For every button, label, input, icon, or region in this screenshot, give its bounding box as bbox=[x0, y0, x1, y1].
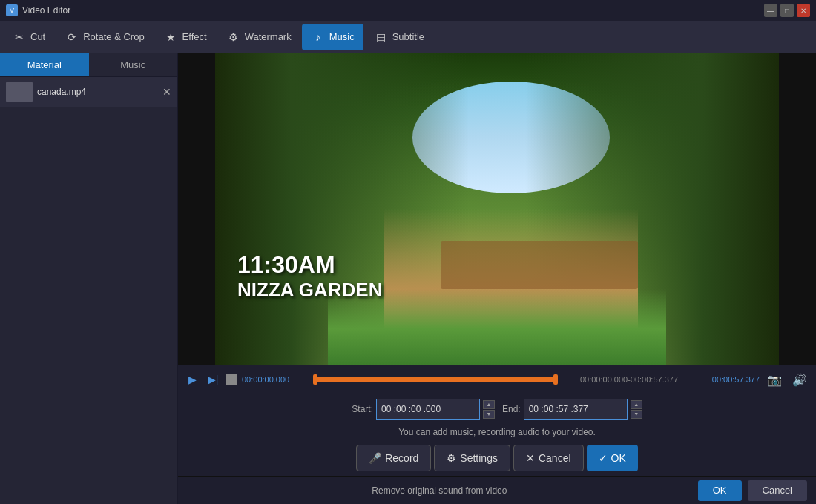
video-area: 11:30AM NIZZA GARDEN ▶ ▶| 00:00:00.000 0… bbox=[178, 53, 816, 504]
effect-label: Effect bbox=[182, 31, 207, 42]
cancel-bottom-button[interactable]: Cancel bbox=[748, 480, 807, 501]
timeline-handle-left[interactable] bbox=[313, 374, 317, 385]
settings-button[interactable]: ⚙ Settings bbox=[434, 445, 510, 471]
bottom-bar: Remove original sound from video OK Canc… bbox=[178, 476, 816, 504]
end-time-group: End: ▲ ▼ bbox=[502, 399, 642, 420]
action-buttons: 🎤 Record ⚙ Settings ✕ Cancel ✓ OK bbox=[178, 440, 816, 476]
play-icon: ▶ bbox=[188, 374, 197, 385]
title-bar-left: V Video Editor bbox=[6, 4, 70, 16]
left-panel-tabs: Material Music bbox=[0, 53, 177, 77]
start-down-btn[interactable]: ▼ bbox=[483, 410, 495, 419]
end-up-btn[interactable]: ▲ bbox=[631, 400, 642, 409]
overlay-time: 11:30AM bbox=[237, 251, 382, 279]
main-area: Material Music canada.mp4 ✕ bbox=[0, 53, 816, 504]
ok-button[interactable]: ✓ OK bbox=[587, 445, 638, 471]
minimize-button[interactable]: — bbox=[764, 4, 777, 17]
volume-icon: 🔊 bbox=[792, 373, 807, 387]
start-time-input[interactable] bbox=[376, 399, 480, 420]
step-play-icon: ▶| bbox=[208, 374, 219, 385]
watermark-button[interactable]: ⚙ Watermark bbox=[217, 24, 300, 50]
ok-label: OK bbox=[611, 452, 626, 464]
rotate-icon: ⟳ bbox=[65, 30, 79, 44]
timeline-time-left: 00:00:00.000 bbox=[242, 375, 309, 384]
app-icon: V bbox=[6, 4, 18, 16]
rotate-label: Rotate & Crop bbox=[83, 31, 144, 42]
settings-icon: ⚙ bbox=[447, 452, 456, 464]
music-icon: ♪ bbox=[311, 30, 326, 44]
left-panel: Material Music canada.mp4 ✕ bbox=[0, 53, 178, 504]
volume-button[interactable]: 🔊 bbox=[789, 369, 810, 390]
ok-bottom-button[interactable]: OK bbox=[698, 480, 742, 501]
cancel-label: Cancel bbox=[539, 452, 571, 464]
effect-icon: ★ bbox=[164, 30, 179, 44]
cut-controls: Start: ▲ ▼ End: ▲ ▼ bbox=[178, 394, 816, 424]
video-preview: 11:30AM NIZZA GARDEN bbox=[215, 53, 779, 365]
overlay-location: NIZZA GARDEN bbox=[237, 279, 382, 302]
ok-icon: ✓ bbox=[599, 452, 608, 464]
record-label: Record bbox=[385, 452, 418, 464]
info-message: You can add music, recording audio to yo… bbox=[398, 427, 596, 437]
timeline-handle-right[interactable] bbox=[553, 374, 558, 385]
step-play-button[interactable]: ▶| bbox=[205, 371, 221, 388]
info-text: You can add music, recording audio to yo… bbox=[178, 424, 816, 440]
file-item: canada.mp4 ✕ bbox=[0, 77, 177, 107]
video-container: 11:30AM NIZZA GARDEN bbox=[178, 53, 816, 365]
camera-icon: 📷 bbox=[767, 373, 782, 387]
start-time-spinner[interactable]: ▲ ▼ bbox=[483, 400, 495, 419]
maximize-button[interactable]: □ bbox=[780, 4, 794, 17]
music-tab[interactable]: Music bbox=[89, 53, 178, 76]
cancel-button[interactable]: ✕ Cancel bbox=[513, 445, 584, 471]
timeline-time-right: 00:00:57.377 bbox=[700, 375, 760, 384]
timeline-center-time: 00:00:00.000-00:00:57.377 bbox=[562, 375, 696, 384]
start-up-btn[interactable]: ▲ bbox=[483, 400, 495, 409]
cut-button[interactable]: ✂ Cut bbox=[3, 24, 54, 50]
cut-icon: ✂ bbox=[12, 30, 27, 44]
end-label: End: bbox=[502, 404, 521, 414]
mic-icon: 🎤 bbox=[369, 452, 381, 464]
play-button[interactable]: ▶ bbox=[184, 371, 200, 388]
toolbar: ✂ Cut ⟳ Rotate & Crop ★ Effect ⚙ Waterma… bbox=[0, 21, 816, 53]
start-time-group: Start: ▲ ▼ bbox=[352, 399, 495, 420]
subtitle-button[interactable]: ▤ Subtitle bbox=[365, 24, 433, 50]
video-background bbox=[215, 53, 779, 365]
subtitle-label: Subtitle bbox=[392, 31, 424, 42]
subtitle-icon: ▤ bbox=[374, 30, 389, 44]
start-label: Start: bbox=[352, 404, 373, 414]
window-controls[interactable]: — □ ✕ bbox=[764, 4, 810, 17]
watermark-label: Watermark bbox=[245, 31, 292, 42]
watermark-icon: ⚙ bbox=[226, 30, 241, 44]
end-down-btn[interactable]: ▼ bbox=[631, 410, 642, 419]
stop-button[interactable] bbox=[226, 374, 237, 385]
file-close-button[interactable]: ✕ bbox=[162, 86, 171, 98]
title-bar: V Video Editor — □ ✕ bbox=[0, 0, 816, 21]
timeline-track[interactable] bbox=[313, 377, 558, 382]
record-button[interactable]: 🎤 Record bbox=[356, 445, 431, 471]
effect-button[interactable]: ★ Effect bbox=[155, 24, 216, 50]
music-button[interactable]: ♪ Music bbox=[302, 24, 363, 50]
music-label: Music bbox=[329, 31, 355, 42]
end-time-input[interactable] bbox=[524, 399, 628, 420]
settings-label: Settings bbox=[460, 452, 498, 464]
file-name: canada.mp4 bbox=[37, 87, 158, 97]
timeline-progress bbox=[313, 377, 558, 382]
cancel-icon: ✕ bbox=[526, 452, 535, 464]
app-title: Video Editor bbox=[22, 5, 70, 16]
close-button[interactable]: ✕ bbox=[797, 4, 810, 17]
end-time-spinner[interactable]: ▲ ▼ bbox=[631, 400, 642, 419]
video-overlay: 11:30AM NIZZA GARDEN bbox=[237, 251, 382, 302]
file-thumbnail bbox=[6, 82, 33, 102]
rotate-crop-button[interactable]: ⟳ Rotate & Crop bbox=[56, 24, 153, 50]
material-tab[interactable]: Material bbox=[0, 53, 89, 76]
remove-sound-text: Remove original sound from video bbox=[187, 485, 692, 496]
cut-label: Cut bbox=[30, 31, 45, 42]
screenshot-button[interactable]: 📷 bbox=[764, 369, 785, 390]
timeline-bar: ▶ ▶| 00:00:00.000 00:00:00.000-00:00:57.… bbox=[178, 365, 816, 394]
bench-area bbox=[441, 241, 638, 289]
